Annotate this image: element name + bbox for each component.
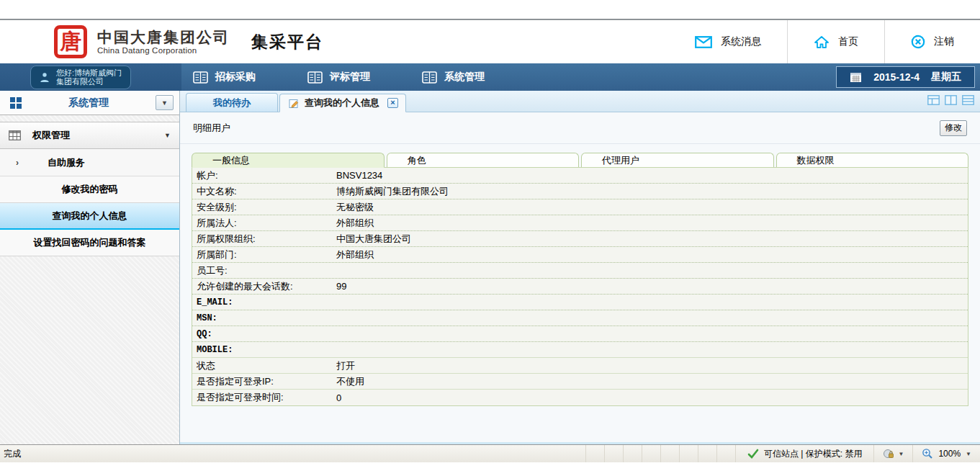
field-row: 是否指定可登录时间: 0	[192, 390, 968, 405]
sidebar-group-permissions[interactable]: 权限管理 ▼	[0, 122, 179, 149]
sidebar-menu-item[interactable]: 修改我的密码	[0, 176, 179, 203]
chevron-down-icon: ▼	[898, 451, 904, 457]
field-value: 中国大唐集团公司	[336, 233, 411, 246]
tab-my-todo[interactable]: 我的待办	[186, 93, 278, 112]
open-book-icon	[307, 71, 323, 84]
header-links: 系统消息 首页 注销	[669, 20, 980, 63]
sidebar-item-label: 设置找回密码的问题和答案	[34, 236, 146, 249]
field-row: E_MAIL:	[192, 295, 968, 310]
nav-menu-item[interactable]: 系统管理	[422, 71, 485, 84]
user-greeting[interactable]: 您好:博纳斯威阀门 集团有限公司	[30, 66, 131, 89]
detail-tab[interactable]: 角色	[387, 153, 580, 168]
company-name-en: China Datang Corporation	[97, 46, 230, 55]
system-messages-link[interactable]: 系统消息	[669, 20, 787, 63]
home-link[interactable]: 首页	[787, 20, 884, 63]
navbar-left-panel: 您好:博纳斯威阀门 集团有限公司	[0, 63, 181, 91]
sidebar-menu-item[interactable]: 设置找回密码的问题和答案	[0, 230, 179, 256]
field-label: 所属法人:	[192, 217, 336, 230]
nav-menu-label: 系统管理	[444, 71, 485, 84]
statusbar-cell	[642, 445, 660, 462]
magnifier-icon	[922, 448, 933, 459]
detail-tab[interactable]: 代理用户	[581, 153, 774, 168]
detail-tab-label: 代理用户	[602, 154, 639, 167]
workspace-tabstrip: 我的待办 查询我的个人信息 ×	[180, 91, 980, 112]
open-book-icon	[193, 71, 208, 84]
statusbar-cell	[698, 445, 716, 462]
sidebar-collapse-button[interactable]: ▼	[156, 95, 174, 110]
field-row: 所属权限组织: 中国大唐集团公司	[192, 231, 968, 247]
tab-my-todo-label: 我的待办	[213, 96, 251, 109]
content-header: 明细用户 修改	[180, 112, 980, 144]
sidebar-header: 系统管理 ▼	[0, 91, 179, 115]
user-icon	[40, 72, 50, 83]
date-display: 2015-12-4 星期五	[836, 66, 975, 88]
sidebar-items: 修改我的密码 查询我的个人信息 设置找回密码的问题和答案	[0, 176, 179, 256]
sidebar-gap	[0, 115, 179, 122]
field-row: 是否指定可登录IP: 不使用	[192, 374, 968, 390]
field-value: 99	[336, 281, 346, 292]
main-area: 我的待办 查询我的个人信息 ×	[180, 91, 980, 444]
nav-menu-item[interactable]: 招标采购	[193, 71, 256, 84]
layout-switcher	[927, 95, 974, 105]
greeting-text: 您好:博纳斯威阀门 集团有限公司	[56, 68, 122, 86]
calendar-icon	[850, 72, 862, 83]
field-row: 允许创建的最大会话数: 99	[192, 279, 968, 295]
detail-tab-label: 角色	[408, 154, 426, 167]
layout-mixed-icon[interactable]	[927, 95, 940, 105]
mail-icon	[695, 36, 712, 48]
sidebar-item-label: 修改我的密码	[62, 183, 118, 196]
sidebar-item-self-service[interactable]: › 自助服务	[0, 149, 179, 176]
field-value: 打开	[336, 359, 355, 372]
field-label: 中文名称:	[192, 185, 336, 198]
field-label: 允许创建的最大会话数:	[192, 280, 336, 293]
greeting-line2: 集团有限公司	[56, 77, 122, 86]
detail-tab[interactable]: 一般信息	[192, 153, 385, 168]
browser-top-strip	[0, 0, 980, 20]
field-value: BNSV1234	[336, 170, 382, 181]
home-icon	[814, 35, 830, 49]
field-label: 帐户:	[192, 169, 336, 182]
sidebar-group-label: 权限管理	[32, 129, 70, 142]
statusbar-cell	[679, 445, 698, 462]
current-date: 2015-12-4	[873, 71, 920, 83]
table-grid-icon	[9, 130, 21, 140]
field-label: E_MAIL:	[192, 297, 336, 307]
main-navbar: 您好:博纳斯威阀门 集团有限公司	[0, 63, 980, 91]
zone-lock-icon	[883, 449, 894, 459]
field-value: 博纳斯威阀门集团有限公司	[336, 185, 449, 198]
nav-menu-label: 评标管理	[330, 71, 370, 84]
field-value: 外部组织	[336, 248, 374, 261]
checkmark-icon	[747, 449, 759, 459]
detail-tab[interactable]: 数据权限	[776, 153, 969, 168]
field-value: 无秘密级	[336, 201, 374, 214]
field-label: MOBILE:	[192, 345, 336, 355]
logout-link[interactable]: 注销	[884, 20, 980, 63]
field-label: 所属部门:	[192, 248, 336, 261]
statusbar-cell	[604, 445, 623, 462]
field-row: QQ:	[192, 326, 968, 342]
brand-text: 中国大唐集团公司 China Datang Corporation	[97, 29, 230, 55]
layout-rows-icon[interactable]	[962, 95, 974, 105]
chevron-down-icon: ▼	[164, 132, 171, 139]
sidebar-menu-item[interactable]: 查询我的个人信息	[0, 203, 179, 230]
brand-area: 唐 中国大唐集团公司 China Datang Corporation 集采平台	[0, 20, 323, 63]
field-label: 员工号:	[192, 264, 336, 277]
tab-query-personal-info[interactable]: 查询我的个人信息 ×	[279, 94, 406, 112]
greeting-line1: 您好:博纳斯威阀门	[56, 68, 122, 78]
field-label: 安全级别:	[192, 201, 336, 214]
statusbar-cell	[716, 445, 735, 462]
zone-settings-control[interactable]: ▼	[873, 445, 912, 462]
layout-columns-icon[interactable]	[945, 95, 957, 105]
zoom-level: 100%	[938, 449, 961, 459]
nav-menu-item[interactable]: 评标管理	[307, 71, 370, 84]
statusbar-cell	[660, 445, 679, 462]
platform-title: 集采平台	[251, 31, 323, 53]
field-row: 状态 打开	[192, 358, 968, 374]
modify-button[interactable]: 修改	[940, 120, 967, 136]
tab-close-icon[interactable]: ×	[387, 98, 398, 108]
zoom-control[interactable]: 100% ▼	[912, 445, 980, 462]
field-label: 所属权限组织:	[192, 233, 336, 246]
field-label: QQ:	[192, 329, 336, 339]
logout-label: 注销	[934, 35, 954, 48]
page-body: 系统管理 ▼ 权限管理 ▼ › 自助服务	[0, 91, 980, 444]
